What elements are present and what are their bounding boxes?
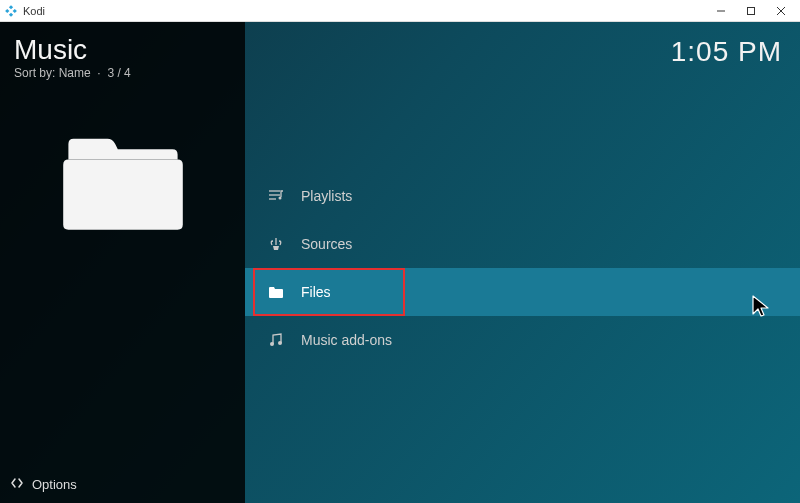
minimize-button[interactable] — [706, 1, 736, 21]
menu-item-sources[interactable]: Sources — [245, 220, 800, 268]
sources-icon — [267, 235, 285, 253]
window-title: Kodi — [23, 5, 706, 17]
menu-item-music-addons[interactable]: Music add-ons — [245, 316, 800, 364]
sidebar-artwork — [0, 88, 245, 238]
menu-item-playlists[interactable]: Playlists — [245, 172, 800, 220]
close-button[interactable] — [766, 1, 796, 21]
sidebar: Music Sort by: Name · 3 / 4 Options — [0, 22, 245, 503]
app-window: Music Sort by: Name · 3 / 4 Options 1:05… — [0, 22, 800, 503]
clock: 1:05 PM — [671, 36, 782, 68]
window-controls — [706, 1, 796, 21]
menu-item-label: Playlists — [301, 188, 352, 204]
svg-rect-1 — [5, 8, 9, 12]
svg-rect-5 — [748, 7, 755, 14]
playlist-icon — [267, 187, 285, 205]
sidebar-header: Music Sort by: Name · 3 / 4 — [0, 36, 245, 88]
svg-rect-3 — [9, 12, 13, 16]
window-titlebar: Kodi — [0, 0, 800, 22]
menu-item-label: Sources — [301, 236, 352, 252]
svg-rect-2 — [13, 8, 17, 12]
section-title: Music — [14, 36, 231, 64]
svg-rect-0 — [9, 5, 13, 9]
folder-large-icon — [58, 128, 188, 238]
options-button[interactable]: Options — [32, 477, 77, 492]
footer: Options — [0, 466, 245, 503]
sort-info: Sort by: Name · 3 / 4 — [14, 66, 231, 80]
sort-label: Sort by: Name — [14, 66, 91, 80]
svg-point-12 — [270, 342, 274, 346]
maximize-button[interactable] — [736, 1, 766, 21]
folder-icon — [267, 283, 285, 301]
options-arrows-icon — [10, 476, 24, 493]
menu-item-label: Files — [301, 284, 331, 300]
item-position: 3 / 4 — [107, 66, 130, 80]
menu-item-label: Music add-ons — [301, 332, 392, 348]
svg-point-11 — [279, 197, 282, 200]
kodi-icon — [4, 4, 18, 18]
music-note-icon — [267, 331, 285, 349]
svg-point-13 — [278, 341, 282, 345]
content-area: 1:05 PM Playlists Sources Files — [245, 22, 800, 503]
menu-list: Playlists Sources Files Music add-ons — [245, 172, 800, 364]
menu-item-files[interactable]: Files — [245, 268, 800, 316]
